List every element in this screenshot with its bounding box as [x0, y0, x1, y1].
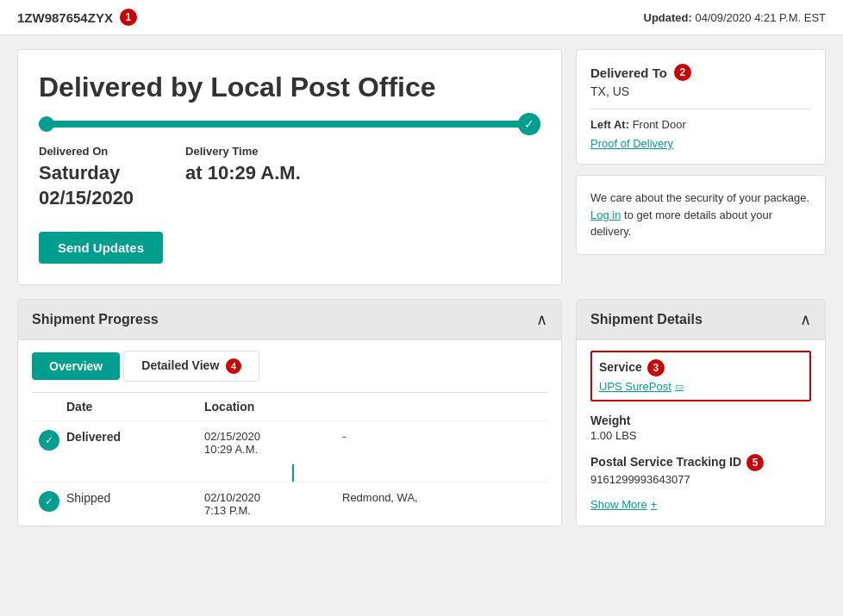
status-delivered: Delivered — [66, 430, 121, 444]
send-updates-button[interactable]: Send Updates — [39, 232, 163, 264]
divider — [590, 109, 811, 109]
top-bar: 1ZW987654ZYX 1 Updated: 04/09/2020 4:21 … — [0, 0, 843, 35]
shipment-progress-section: Shipment Progress ∧ Overview Detailed Vi… — [17, 299, 562, 526]
connector-line — [292, 464, 294, 482]
row-date-2: 02/10/2020 7:13 P.M. — [204, 491, 342, 517]
delivery-time-item: Delivery Time at 10:29 A.M. — [185, 145, 301, 210]
delivered-to-card: Delivered To 2 TX, US Left At: Front Doo… — [576, 49, 826, 165]
left-at-label: Left At: — [590, 118, 629, 131]
show-more-link[interactable]: Show More + — [590, 498, 811, 511]
row-date-1: 02/15/2020 10:29 A.M. — [204, 430, 342, 456]
tracking-number: 1ZW987654ZYX — [17, 10, 113, 25]
delivery-time-value: at 10:29 A.M. — [185, 161, 301, 186]
table-body: ✓ Delivered 02/15/2020 10:29 A.M. - ✓ — [18, 420, 561, 526]
postal-tracking-value: 9161299993643077 — [590, 473, 811, 486]
external-link-icon: ▭ — [675, 381, 684, 392]
row-location-2: Redmond, WA, — [342, 491, 547, 504]
security-text-before: We care about the security of your packa… — [590, 191, 809, 204]
progress-bar: ✓ — [39, 121, 540, 128]
security-card: We care about the security of your packa… — [576, 175, 826, 255]
shipment-progress-header: Shipment Progress ∧ — [18, 300, 561, 340]
delivery-time-label: Delivery Time — [185, 145, 301, 158]
show-more-text: Show More — [590, 498, 647, 511]
shipment-details-title: Shipment Details — [590, 312, 702, 327]
row-date-line2-2: 7:13 P.M. — [204, 504, 342, 517]
table-header: Date Location — [18, 393, 561, 420]
login-link[interactable]: Log in — [590, 208, 621, 221]
detail-body: Service 3 UPS SurePost ▭ Weight 1.00 LBS… — [577, 340, 825, 521]
delivery-info: Delivered On Saturday 02/15/2020 Deliver… — [39, 145, 540, 210]
shipment-progress-title: Shipment Progress — [32, 312, 159, 327]
service-label: Service — [599, 360, 642, 374]
delivered-to-location: TX, US — [590, 84, 811, 98]
check-circle-icon-2: ✓ — [39, 491, 59, 512]
plus-icon: + — [651, 498, 658, 511]
service-box: Service 3 UPS SurePost ▭ — [590, 351, 811, 401]
ups-surepost-text: UPS SurePost — [599, 380, 671, 393]
delivered-on-item: Delivered On Saturday 02/15/2020 — [39, 145, 134, 210]
postal-tracking-section: Postal Service Tracking ID 5 91612999936… — [590, 454, 811, 486]
row-date-line1-1: 02/15/2020 — [204, 430, 342, 443]
table-row: ✓ Shipped 02/10/2020 7:13 P.M. Redmond, … — [32, 482, 547, 526]
postal-tracking-label: Postal Service Tracking ID — [590, 455, 741, 469]
progress-dot — [39, 116, 54, 132]
row-icon-2: ✓ — [32, 491, 66, 512]
badge-3: 3 — [647, 359, 665, 376]
updated-value: 04/09/2020 4:21 P.M. EST — [695, 11, 826, 24]
badge-2: 2 — [674, 64, 691, 81]
delivery-status-card: Delivered by Local Post Office ✓ Deliver… — [17, 49, 562, 285]
delivered-to-title: Delivered To — [590, 65, 667, 80]
row-location-1: - — [342, 430, 547, 443]
chevron-up-icon[interactable]: ∧ — [536, 310, 547, 329]
lower-section: Shipment Progress ∧ Overview Detailed Vi… — [0, 299, 843, 544]
delivered-to-header: Delivered To 2 — [590, 64, 811, 81]
weight-label: Weight — [590, 414, 811, 427]
table-row: ✓ Delivered 02/15/2020 10:29 A.M. - — [32, 420, 547, 464]
tabs-row: Overview Detailed View 4 — [18, 340, 561, 392]
badge-5: 5 — [746, 454, 764, 471]
updated-label: Updated: — [644, 11, 692, 24]
row-status-2: Shipped — [66, 491, 204, 505]
progress-bar-fill — [39, 121, 540, 128]
main-content: Delivered by Local Post Office ✓ Deliver… — [0, 35, 843, 299]
tracking-number-container: 1ZW987654ZYX 1 — [17, 9, 137, 26]
tab-detailed-view[interactable]: Detailed View 4 — [123, 351, 259, 382]
weight-value: 1.00 LBS — [590, 429, 811, 442]
left-at-value: Front Door — [633, 118, 686, 131]
delivery-title: Delivered by Local Post Office — [39, 71, 540, 103]
delivered-on-line2: 02/15/2020 — [39, 187, 134, 208]
progress-check-icon: ✓ — [518, 113, 540, 135]
row-date-line1-2: 02/10/2020 — [204, 491, 342, 504]
right-panel: Delivered To 2 TX, US Left At: Front Doo… — [576, 49, 826, 285]
row-date-line2-1: 10:29 A.M. — [204, 443, 342, 456]
left-at: Left At: Front Door — [590, 118, 811, 131]
tab-badge-4: 4 — [226, 358, 241, 374]
row-status-1: Delivered — [66, 430, 204, 444]
status-shipped: Shipped — [66, 491, 110, 505]
col-date-header: Date — [66, 400, 204, 414]
shipment-details-chevron[interactable]: ∧ — [800, 310, 811, 329]
delivered-on-value: Saturday 02/15/2020 — [39, 161, 134, 210]
weight-section: Weight 1.00 LBS — [590, 414, 811, 442]
col-icon — [32, 400, 66, 414]
delivered-on-label: Delivered On — [39, 145, 134, 158]
row-icon-1: ✓ — [32, 430, 66, 451]
updated-text: Updated: 04/09/2020 4:21 P.M. EST — [644, 11, 827, 24]
connector — [32, 464, 547, 482]
proof-of-delivery-link[interactable]: Proof of Delivery — [590, 137, 673, 150]
badge-1: 1 — [120, 9, 137, 26]
delivered-on-line1: Saturday — [39, 162, 120, 184]
check-circle-icon: ✓ — [39, 430, 59, 451]
tab-overview[interactable]: Overview — [32, 352, 120, 380]
ups-surepost-link[interactable]: UPS SurePost ▭ — [599, 380, 802, 393]
shipment-details-section: Shipment Details ∧ Service 3 UPS SurePos… — [576, 299, 826, 526]
col-location-header: Location — [204, 400, 342, 414]
shipment-details-header: Shipment Details ∧ — [577, 300, 825, 340]
